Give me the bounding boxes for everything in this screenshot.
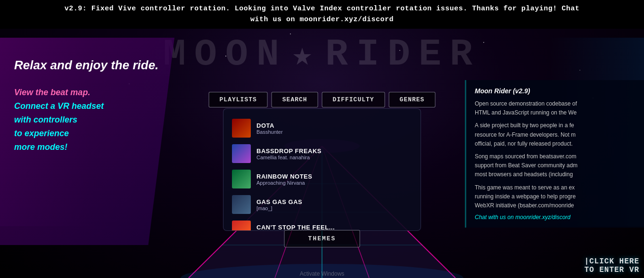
discord-link[interactable]: Chat with us on moonrider.xyz/discord (475, 214, 636, 221)
left-panel-links: View the beat map. Connect a VR headset … (14, 88, 160, 152)
difficulty-button[interactable]: DIFFICULTY (322, 92, 385, 107)
more-modes-text: more modes! (14, 142, 160, 152)
song-artist: Basshunter (256, 129, 412, 135)
song-info: GAS GAS GAS[mao_] (256, 198, 412, 211)
announce-line1: v2.9: Fixed Vive controller rotation. Lo… (9, 4, 635, 15)
search-button[interactable]: SEARCH (272, 92, 318, 107)
themes-button[interactable]: THEMES (284, 230, 360, 247)
song-item[interactable]: RAINBOW NOTESApproaching Nirvana (228, 167, 416, 191)
song-artist: Approaching Nirvana (256, 180, 412, 186)
right-info-panel: Moon Rider (v2.9) Open source demonstrat… (465, 80, 644, 228)
song-thumbnail (232, 195, 251, 214)
logo-text-left: MOON (163, 33, 288, 76)
enter-vr-line2[interactable]: TO ENTER VR (584, 266, 639, 274)
enter-vr-section: |CLICK HERE TO ENTER VR (584, 257, 639, 274)
right-panel-p1: Open source demonstration codebase of HT… (475, 99, 636, 117)
left-info-panel: Relax and enjoy the ride. View the beat … (0, 38, 174, 245)
activate-windows-watermark: Activate Windows (300, 270, 345, 277)
song-thumbnail (232, 144, 251, 163)
song-title: RAINBOW NOTES (256, 173, 412, 180)
view-beatmap-link[interactable]: View the beat map. (14, 88, 160, 98)
song-thumbnail (232, 119, 251, 138)
song-item[interactable]: DOTABasshunter (228, 116, 416, 140)
app-logo: MOON ★ RIDER (163, 33, 481, 76)
announcement-bar: v2.9: Fixed Vive controller rotation. Lo… (0, 0, 644, 29)
tagline: Relax and enjoy the ride. (14, 57, 160, 74)
right-panel-title: Moon Rider (v2.9) (475, 87, 636, 95)
tagline-text: Relax and enjoy the ride. (14, 58, 158, 72)
right-panel-p2: A side project built by two people in a … (475, 121, 636, 148)
song-item[interactable]: GAS GAS GAS[mao_] (228, 192, 416, 217)
logo-star-icon: ★ (292, 34, 321, 75)
song-title: BASSDROP FREAKS (256, 147, 412, 155)
song-thumbnail (232, 170, 251, 188)
song-item[interactable]: BASSDROP FREAKSCamellia feat. nanahira (228, 141, 416, 166)
song-list: DOTABasshunterBASSDROP FREAKSCamellia fe… (228, 116, 416, 231)
song-title: DOTA (256, 122, 412, 129)
song-info: RAINBOW NOTESApproaching Nirvana (256, 173, 412, 186)
song-info: BASSDROP FREAKSCamellia feat. nanahira (256, 147, 412, 160)
song-info: DOTABasshunter (256, 122, 412, 135)
logo-text-right: RIDER (325, 33, 481, 76)
connect-vr-link: Connect a VR headset (14, 101, 160, 111)
genres-button[interactable]: GENRES (389, 92, 436, 107)
song-artist: Camellia feat. nanahira (256, 155, 412, 160)
song-list-panel: DOTABasshunterBASSDROP FREAKSCamellia fe… (223, 108, 421, 231)
enter-vr-line1[interactable]: |CLICK HERE (584, 257, 639, 266)
song-title: GAS GAS GAS (256, 198, 412, 205)
with-controllers-text: with controllers (14, 115, 160, 125)
right-panel-p4: This game was meant to serve as an ex ru… (475, 183, 636, 211)
to-experience-text: to experience (14, 129, 160, 139)
navigation-bar: PLAYLISTS SEARCH DIFFICULTY GENRES (209, 92, 436, 107)
song-artist: [mao_] (256, 205, 412, 211)
right-panel-p3: Song maps sourced from beatsaver.com sup… (475, 152, 636, 180)
announce-line2: with us on moonrider.xyz/discord (9, 15, 635, 25)
playlists-button[interactable]: PLAYLISTS (209, 92, 268, 107)
song-thumbnail (232, 221, 251, 231)
song-item[interactable]: CAN'T STOP THE FEEL...Justin Timberlake (228, 218, 416, 231)
